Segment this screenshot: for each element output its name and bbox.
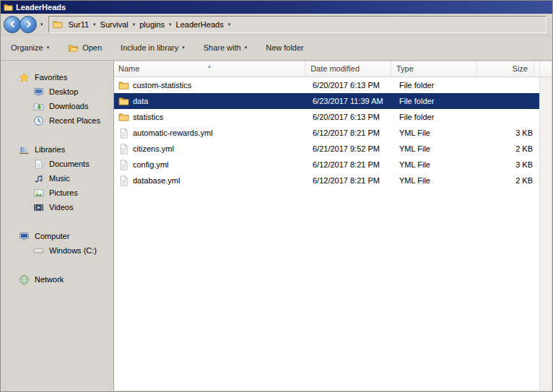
toolbar-open-button[interactable]: Open [68, 43, 102, 53]
sidebar-item-videos[interactable]: Videos [1, 200, 113, 214]
sidebar-group-label: Computer [35, 232, 69, 240]
downloads-icon [33, 101, 44, 112]
toolbar-label: Share with [204, 43, 241, 52]
folder-icon [118, 80, 129, 91]
file-name-cell: automatic-rewards.yml [114, 128, 308, 139]
column-header-filler [534, 61, 539, 77]
file-type-cell: File folder [394, 97, 481, 105]
breadcrumb-item-sur11[interactable]: Sur11 [66, 19, 92, 30]
file-name-cell: config.yml [114, 160, 308, 170]
column-header-size[interactable]: Size [477, 61, 534, 77]
sidebar-group-label: Libraries [35, 145, 65, 154]
file-name-cell: database.yml [114, 175, 308, 186]
breadcrumb-item-survival[interactable]: Survival [98, 19, 131, 30]
file-type-cell: YML File [394, 160, 481, 169]
column-header-date-modified[interactable]: Date modified [305, 61, 391, 77]
navigation-pane: FavoritesDesktopDownloadsRecent PlacesLi… [1, 61, 114, 391]
file-type-cell: YML File [394, 129, 481, 137]
sidebar-item-label: Pictures [49, 188, 78, 197]
folder-icon [118, 112, 129, 123]
toolbar-label: Include in library [121, 43, 178, 52]
breadcrumb-item-plugins[interactable]: plugins [137, 19, 167, 30]
column-header-cap [540, 61, 552, 77]
toolbar-organize-button[interactable]: Organize▾ [11, 43, 49, 52]
file-name: data [133, 97, 148, 105]
sidebar-item-pictures[interactable]: Pictures [1, 186, 113, 200]
computer-icon [19, 231, 30, 242]
folder-icon [118, 96, 129, 107]
videos-icon [33, 202, 44, 213]
file-name: automatic-rewards.yml [133, 129, 213, 137]
sidebar-item-label: Documents [49, 160, 90, 168]
back-arrow-icon [8, 19, 17, 29]
file-size-cell: 3 KB [481, 160, 539, 169]
content-area: FavoritesDesktopDownloadsRecent PlacesLi… [1, 61, 552, 391]
breadcrumb-expand-icon[interactable]: ▾ [226, 22, 233, 27]
file-row-statistics[interactable]: statistics6/20/2017 6:13 PMFile folder [114, 109, 539, 125]
file-name-cell: custom-statistics [114, 80, 308, 91]
sidebar-group-label: Favorites [35, 73, 67, 82]
file-row-custom-statistics[interactable]: custom-statistics6/20/2017 6:13 PMFile f… [114, 77, 539, 93]
sidebar-group: LibrariesDocumentsMusicPicturesVideos [1, 142, 113, 214]
documents-icon [33, 159, 44, 170]
window-folder-icon [4, 3, 13, 12]
forward-arrow-icon [24, 19, 33, 29]
sidebar-group-label: Network [35, 275, 64, 284]
file-name: custom-statistics [133, 81, 191, 90]
file-row-automatic-rewards-yml[interactable]: automatic-rewards.yml6/12/2017 8:21 PMYM… [114, 125, 539, 141]
vertical-scrollbar[interactable] [539, 61, 552, 391]
file-row-data[interactable]: data6/23/2017 11:39 AMFile folder [114, 93, 539, 109]
sidebar-item-windows-c[interactable]: Windows (C:) [1, 243, 113, 258]
breadcrumb-expand-icon[interactable]: ▾ [91, 22, 98, 27]
file-size-cell: 3 KB [481, 129, 539, 137]
file-browser: ▴NameDate modifiedTypeSize custom-statis… [114, 61, 539, 391]
sidebar-item-recent-places[interactable]: Recent Places [1, 113, 113, 128]
sidebar-item-desktop[interactable]: Desktop [1, 84, 113, 99]
address-bar[interactable]: Sur11▾Survival▾plugins▾LeaderHeads▾ [48, 16, 547, 33]
file-row-database-yml[interactable]: database.yml6/12/2017 8:21 PMYML File2 K… [114, 173, 539, 188]
file-type-cell: YML File [394, 176, 481, 185]
yml-file-icon [118, 128, 129, 139]
yml-file-icon [118, 144, 129, 154]
file-date-cell: 6/20/2017 6:13 PM [308, 81, 394, 90]
toolbar-label: New folder [266, 43, 304, 52]
sidebar-item-downloads[interactable]: Downloads [1, 99, 113, 113]
sidebar-group-network[interactable]: Network [1, 272, 113, 287]
sidebar-group-libraries[interactable]: Libraries [1, 142, 113, 157]
back-button[interactable] [4, 16, 21, 33]
file-name: statistics [133, 113, 163, 121]
file-row-citizens-yml[interactable]: citizens.yml6/21/2017 9:52 PMYML File2 K… [114, 141, 539, 157]
breadcrumb-expand-icon[interactable]: ▾ [167, 22, 174, 27]
file-type-cell: File folder [394, 81, 481, 90]
window-title: LeaderHeads [16, 3, 66, 12]
sidebar-group-computer[interactable]: Computer [1, 229, 113, 243]
recent-places-icon [33, 116, 44, 126]
column-header-type[interactable]: Type [391, 61, 477, 77]
breadcrumb-expand-icon[interactable]: ▾ [131, 22, 138, 27]
command-bar: Organize▾OpenInclude in library▾Share wi… [1, 35, 552, 61]
toolbar-include-in-library-button[interactable]: Include in library▾ [121, 43, 185, 52]
file-name: citizens.yml [133, 144, 174, 153]
chevron-down-icon: ▾ [245, 45, 248, 51]
column-header-name[interactable]: ▴Name [114, 61, 305, 77]
breadcrumb-item-leaderheads[interactable]: LeaderHeads [174, 19, 226, 30]
file-type-cell: YML File [394, 144, 481, 153]
sidebar-group: Network [1, 272, 113, 287]
file-name: config.yml [133, 160, 169, 169]
file-row-config-yml[interactable]: config.yml6/12/2017 8:21 PMYML File3 KB [114, 157, 539, 173]
libraries-icon [19, 144, 30, 155]
toolbar-share-with-button[interactable]: Share with▾ [204, 43, 248, 52]
sidebar-item-documents[interactable]: Documents [1, 157, 113, 171]
file-list: custom-statistics6/20/2017 6:13 PMFile f… [114, 77, 539, 391]
toolbar-new-folder-button[interactable]: New folder [266, 43, 304, 52]
recent-pages-chevron-icon[interactable]: ▾ [37, 22, 46, 27]
chevron-down-icon: ▾ [182, 45, 185, 51]
navigation-bar: ▾ Sur11▾Survival▾plugins▾LeaderHeads▾ [1, 14, 552, 35]
forward-button[interactable] [19, 16, 37, 33]
sidebar-group-favorites[interactable]: Favorites [1, 70, 113, 84]
sidebar-item-music[interactable]: Music [1, 171, 113, 186]
chevron-down-icon: ▾ [47, 45, 50, 51]
address-folder-icon [53, 19, 63, 30]
sidebar-item-label: Recent Places [49, 116, 100, 125]
yml-file-icon [118, 160, 129, 170]
